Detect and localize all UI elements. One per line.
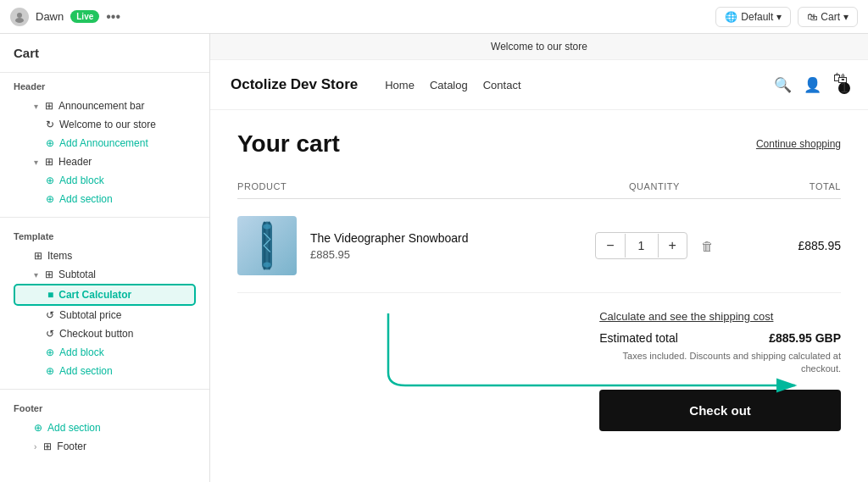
items-icon: ⊞ [34, 250, 42, 262]
quantity-column-header: Quantity [570, 181, 739, 191]
product-column-header: Product [237, 181, 570, 191]
cart-item-row: The Videographer Snowboard £885.95 − 1 +… [237, 199, 841, 293]
top-bar-left: Dawn Live ••• [10, 8, 705, 26]
sidebar-item-footer[interactable]: › ⊞ Footer [14, 437, 196, 456]
cart-page-title: Your cart [237, 130, 340, 158]
section-icon: ⊞ [43, 440, 52, 452]
svg-point-5 [264, 224, 271, 230]
sidebar-item-add-block-template[interactable]: ⊕ Add block [14, 343, 196, 362]
product-thumbnail [237, 216, 297, 275]
avatar [10, 8, 29, 26]
cart-button[interactable]: 🛍 Cart ▾ [798, 7, 858, 27]
plus-icon: ⊕ [46, 137, 54, 149]
total-column-header: Total [739, 181, 841, 191]
product-price: £885.95 [310, 248, 469, 261]
more-options-button[interactable]: ••• [106, 9, 120, 25]
plus-icon: ⊕ [46, 365, 54, 377]
globe-icon: 🌐 [725, 11, 737, 23]
chevron-icon: ▾ [34, 158, 38, 167]
search-icon[interactable]: 🔍 [774, 76, 792, 94]
plus-icon: ⊕ [46, 193, 54, 205]
plus-icon: ⊕ [46, 175, 54, 186]
sidebar-item-add-announcement[interactable]: ⊕ Add Announcement [14, 134, 196, 152]
sidebar-item-header[interactable]: ▾ ⊞ Header [14, 152, 196, 171]
checkout-button[interactable]: Check out [599, 390, 841, 431]
chevron-icon: ▾ [34, 270, 38, 280]
sidebar-item-cart-calculator[interactable]: ■ Cart Calculator [14, 284, 196, 306]
sidebar-item-add-section-template[interactable]: ⊕ Add section [14, 362, 196, 380]
store-preview: Welcome to our store Octolize Dev Store … [210, 34, 868, 482]
store-name-label: Dawn [36, 10, 64, 23]
cart-table-header: Product Quantity Total [237, 175, 841, 199]
store-menu: Home Catalog Contact [385, 79, 520, 91]
estimated-total-row: Estimated total £885.95 GBP [599, 331, 841, 345]
sidebar-item-add-section-header[interactable]: ⊕ Add section [14, 190, 196, 208]
quantity-decrease-button[interactable]: − [596, 233, 624, 258]
cart-item-info: The Videographer Snowboard £885.95 [237, 216, 570, 275]
cart-content: Your cart Continue shopping Product Quan… [210, 110, 868, 452]
sidebar-item-subtotal[interactable]: ▾ ⊞ Subtotal [14, 265, 196, 284]
main-layout: Cart Header ▾ ⊞ Announcement bar ↻ Welco… [0, 34, 868, 482]
store-nav: Octolize Dev Store Home Catalog Contact … [210, 60, 868, 110]
top-bar-center: 🌐 Default ▾ 🛍 Cart ▾ [715, 7, 858, 27]
remove-item-button[interactable]: 🗑 [701, 239, 714, 253]
product-name: The Videographer Snowboard [310, 231, 469, 245]
block-icon: ↻ [46, 119, 54, 130]
cart-summary: Calculate and see the shipping cost Esti… [237, 310, 841, 431]
sidebar-item-welcome-text[interactable]: ↻ Welcome to our store [14, 115, 196, 134]
store-logo: Octolize Dev Store [231, 76, 358, 93]
estimated-total-label: Estimated total [599, 331, 678, 345]
announcement-bar: Welcome to our store [210, 34, 868, 60]
default-button[interactable]: 🌐 Default ▾ [715, 7, 791, 27]
chevron-right-icon: › [34, 442, 36, 452]
nav-home[interactable]: Home [385, 79, 415, 91]
sidebar-section-template-label: Template [14, 231, 196, 241]
sidebar-item-subtotal-price[interactable]: ↺ Subtotal price [14, 306, 196, 324]
sidebar-section-footer: Footer ⊕ Add section › ⊞ Footer [0, 395, 209, 459]
top-bar: Dawn Live ••• 🌐 Default ▾ 🛍 Cart ▾ [0, 0, 868, 34]
chevron-icon: ▾ [34, 102, 38, 111]
store-nav-icons: 🔍 👤 🛍 1 [774, 70, 848, 99]
sidebar-item-items[interactable]: ⊞ Items [14, 247, 196, 265]
taxes-note: Taxes included. Discounts and shipping c… [599, 350, 841, 376]
sidebar-section-footer-label: Footer [14, 403, 196, 413]
live-badge: Live [70, 10, 99, 23]
cart-title-row: Your cart Continue shopping [237, 130, 841, 158]
svg-point-0 [17, 13, 22, 18]
cart-icon-wrapper[interactable]: 🛍 1 [833, 70, 848, 99]
sidebar-item-checkout-button[interactable]: ↺ Checkout button [14, 324, 196, 343]
nav-contact[interactable]: Contact [483, 79, 521, 91]
bag-icon: 🛍 [807, 11, 817, 23]
product-details: The Videographer Snowboard £885.95 [310, 231, 469, 261]
sidebar-item-add-block-header[interactable]: ⊕ Add block [14, 171, 196, 190]
account-icon[interactable]: 👤 [804, 76, 821, 94]
estimated-total-amount: £885.95 GBP [769, 331, 841, 345]
chevron-down-icon: ▾ [843, 11, 849, 23]
sidebar-item-announcement-bar[interactable]: ▾ ⊞ Announcement bar [14, 97, 196, 115]
continue-shopping-link[interactable]: Continue shopping [756, 138, 841, 150]
block-icon: ↺ [46, 309, 54, 321]
shipping-calc-link[interactable]: Calculate and see the shipping cost [599, 310, 841, 323]
svg-point-1 [15, 18, 24, 23]
block-icon: ■ [47, 289, 53, 301]
sidebar-title: Cart [0, 34, 209, 73]
chevron-down-icon: ▾ [776, 11, 782, 23]
nav-catalog[interactable]: Catalog [430, 79, 468, 91]
plus-icon: ⊕ [34, 422, 42, 434]
quantity-increase-button[interactable]: + [659, 233, 687, 258]
plus-icon: ⊕ [46, 346, 54, 358]
section-icon: ⊞ [45, 269, 53, 280]
svg-point-6 [264, 263, 271, 268]
quantity-value: 1 [625, 234, 659, 258]
quantity-stepper[interactable]: − 1 + [595, 232, 687, 259]
section-icon: ⊞ [45, 100, 53, 112]
block-icon: ↺ [46, 328, 54, 340]
sidebar-section-header: Header ▾ ⊞ Announcement bar ↻ Welcome to… [0, 73, 209, 212]
sidebar-section-template: Template ⊞ Items ▾ ⊞ Subtotal ■ Cart Cal… [0, 223, 209, 384]
sidebar-item-add-section-footer[interactable]: ⊕ Add section [14, 418, 196, 437]
sidebar-section-header-label: Header [14, 81, 196, 91]
quantity-control-wrapper: − 1 + 🗑 [570, 232, 739, 259]
section-icon: ⊞ [45, 156, 53, 168]
sidebar: Cart Header ▾ ⊞ Announcement bar ↻ Welco… [0, 34, 210, 482]
item-total: £885.95 [739, 239, 841, 252]
